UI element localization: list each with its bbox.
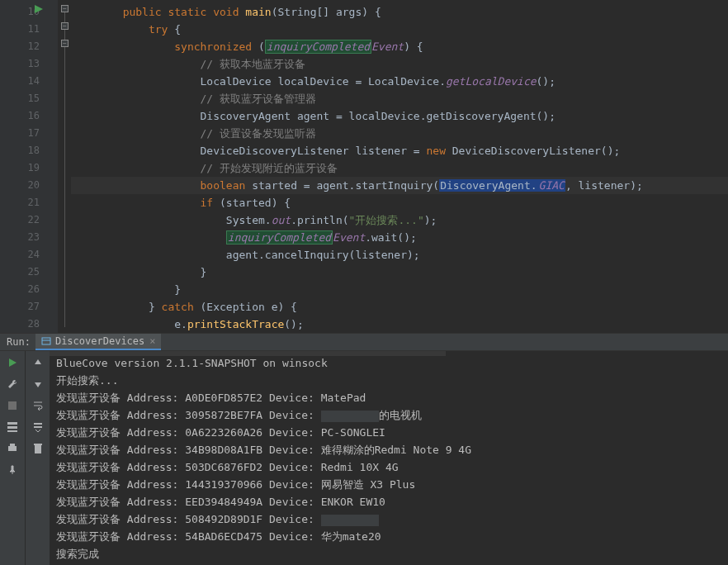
run-header: Run: DiscoverDevices × [0, 334, 728, 351]
up-icon[interactable] [31, 356, 45, 369]
wrench-icon[interactable] [6, 377, 19, 391]
line-number: 28 [0, 316, 40, 333]
svg-rect-13 [34, 426, 42, 428]
run-panel: Run: DiscoverDevices × BlueCove version … [0, 333, 728, 565]
layout-icon[interactable] [6, 420, 19, 434]
print-icon[interactable] [6, 442, 19, 455]
line-numbers: 10111213141516171819202122232425262728 [0, 0, 58, 333]
svg-rect-12 [34, 423, 42, 425]
line-number: 18 [0, 142, 40, 159]
code-line[interactable]: LocalDevice localDevice = LocalDevice.ge… [71, 73, 728, 90]
stop-icon[interactable] [6, 399, 19, 412]
svg-marker-11 [35, 382, 41, 387]
code-line[interactable]: agent.cancelInquiry(listener); [71, 246, 728, 264]
scroll-to-end-icon[interactable] [31, 420, 45, 434]
code-line[interactable]: } [71, 264, 728, 281]
code-line[interactable]: // 获取蓝牙设备管理器 [71, 90, 728, 107]
run-tab[interactable]: DiscoverDevices × [35, 334, 161, 350]
svg-marker-10 [35, 359, 41, 364]
soft-wrap-icon[interactable] [31, 399, 45, 412]
line-number: 23 [0, 229, 40, 246]
line-number: 10 [0, 3, 40, 21]
line-number: 27 [0, 298, 40, 316]
code-line[interactable]: public static void main(String[] args) { [71, 3, 728, 21]
code-line[interactable]: try { [71, 21, 728, 38]
console-line: BlueCove version 2.1.1-SNAPSHOT on winso… [56, 354, 721, 372]
gutter: 10111213141516171819202122232425262728 [0, 0, 58, 333]
line-number: 19 [0, 159, 40, 177]
svg-rect-4 [8, 401, 17, 410]
code-line[interactable]: // 开始发现附近的蓝牙设备 [71, 159, 728, 177]
code-line[interactable]: synchronized (inquiryCompletedEvent) { [71, 38, 728, 55]
code-line[interactable]: inquiryCompletedEvent.wait(); [71, 229, 728, 246]
code-line[interactable]: } [71, 281, 728, 298]
redacted-text [321, 515, 379, 526]
line-number: 13 [0, 55, 40, 73]
console-line: 发现蓝牙设备 Address: A0DE0FD857E2 Device: Mat… [56, 389, 721, 406]
svg-rect-9 [10, 444, 15, 446]
delete-icon[interactable] [31, 442, 45, 455]
svg-rect-7 [7, 430, 17, 432]
svg-rect-1 [42, 338, 50, 344]
console-line: 发现蓝牙设备 Address: 3095872BE7FA Device: 的电视… [56, 406, 721, 424]
console-line: 发现蓝牙设备 Address: 508492D89D1F Device: [56, 510, 721, 528]
svg-marker-3 [9, 358, 17, 367]
line-number: 12 [0, 38, 40, 55]
line-number: 15 [0, 90, 40, 107]
code-line[interactable]: e.printStackTrace(); [71, 316, 728, 333]
svg-rect-15 [34, 444, 42, 445]
run-gutter-icon[interactable] [35, 5, 43, 16]
console-line: 搜索完成 [56, 545, 721, 563]
code-line[interactable]: boolean started = agent.startInquiry(Dis… [71, 177, 728, 194]
line-number: 26 [0, 281, 40, 298]
rerun-icon[interactable] [6, 356, 19, 369]
code-editor[interactable]: 10111213141516171819202122232425262728 −… [0, 0, 728, 333]
line-number: 11 [0, 21, 40, 38]
code-line[interactable]: // 设置设备发现监听器 [71, 125, 728, 142]
down-icon[interactable] [31, 377, 45, 391]
console-line: 开始搜索... [56, 372, 721, 389]
run-label: Run: [7, 336, 31, 348]
code-line[interactable]: DeviceDiscoveryListener listener = new D… [71, 142, 728, 159]
svg-rect-5 [7, 422, 17, 425]
code-line[interactable]: if (started) { [71, 194, 728, 211]
code-line[interactable]: System.out.println("开始搜索..."); [71, 211, 728, 229]
console-line: 发现蓝牙设备 Address: EED39484949A Device: ENK… [56, 493, 721, 510]
run-toolbar-primary [0, 351, 25, 565]
app-icon [40, 335, 52, 347]
code-line[interactable]: // 获取本地蓝牙设备 [71, 55, 728, 73]
console-output[interactable]: BlueCove version 2.1.1-SNAPSHOT on winso… [50, 351, 728, 565]
line-number: 25 [0, 264, 40, 281]
svg-rect-8 [8, 446, 17, 451]
console-line: 发现蓝牙设备 Address: 0A6223260A26 Device: PC-… [56, 424, 721, 441]
line-number: 22 [0, 211, 40, 229]
code-line[interactable]: } catch (Exception e) { [71, 298, 728, 316]
console-line: 发现蓝牙设备 Address: 503DC6876FD2 Device: Red… [56, 458, 721, 476]
console-line: 发现蓝牙设备 Address: 144319370966 Device: 网易智… [56, 476, 721, 493]
svg-marker-0 [35, 5, 43, 13]
pin-icon[interactable] [6, 463, 19, 477]
line-number: 24 [0, 246, 40, 264]
code-line[interactable]: DiscoveryAgent agent = localDevice.getDi… [71, 107, 728, 125]
run-toolbar-secondary [25, 351, 50, 565]
svg-rect-6 [7, 426, 17, 429]
close-icon[interactable]: × [149, 335, 155, 347]
redacted-text [321, 411, 379, 422]
line-number: 16 [0, 107, 40, 125]
line-number: 21 [0, 194, 40, 211]
line-number: 14 [0, 73, 40, 90]
line-number: 20 [0, 177, 40, 194]
svg-rect-14 [35, 445, 41, 453]
code-content[interactable]: public static void main(String[] args) {… [58, 0, 728, 333]
line-number: 17 [0, 125, 40, 142]
console-line: 发现蓝牙设备 Address: 34B98D08A1FB Device: 难得糊… [56, 441, 721, 458]
console-line: 发现蓝牙设备 Address: 54BAD6ECD475 Device: 华为m… [56, 528, 721, 545]
